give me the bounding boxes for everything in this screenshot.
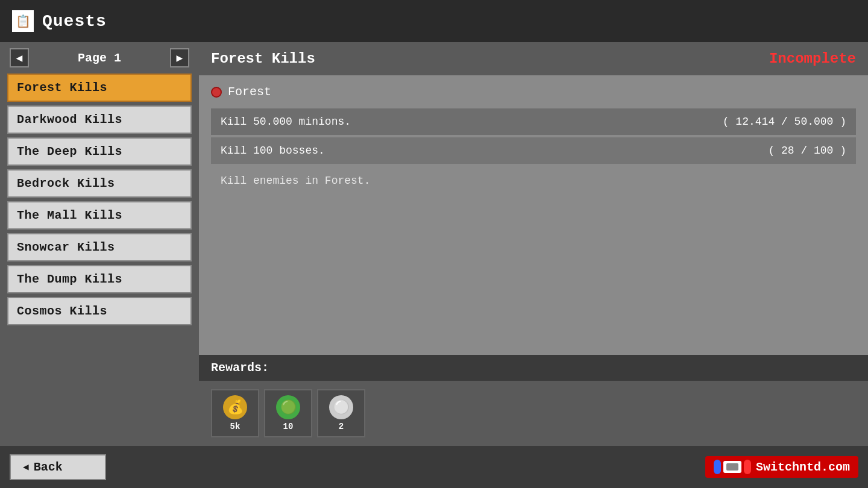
reward-item-gold: 💰 5k <box>211 389 259 437</box>
quest-list: Forest Kills Darkwood Kills The Deep Kil… <box>7 74 192 325</box>
objective-row-1: Kill 50.000 minions. ( 12.414 / 50.000 ) <box>211 108 856 135</box>
rewards-header: Rewards: <box>199 355 868 381</box>
prev-page-button[interactable]: ◀ <box>10 48 29 67</box>
reward-white-icon: ⚪ <box>329 395 353 419</box>
rewards-section: Rewards: 💰 5k 🟢 10 ⚪ 2 <box>199 355 868 446</box>
switch-right-joycon <box>744 460 751 474</box>
quest-detail-title: Forest Kills <box>211 51 315 67</box>
region-name: Forest <box>228 85 271 99</box>
brand-text: Switchntd.com <box>756 460 850 474</box>
reward-green-count: 10 <box>283 422 294 431</box>
left-panel: ◀ Page 1 ▶ Forest Kills Darkwood Kills T… <box>0 42 199 446</box>
quest-item-forest-kills[interactable]: Forest Kills <box>7 74 192 102</box>
right-panel: Forest Kills Incomplete Forest Kill 50.0… <box>199 42 868 446</box>
bottom-bar: ◀ Back Switchntd.com <box>0 446 868 488</box>
quest-item-deep-kills[interactable]: The Deep Kills <box>7 137 192 166</box>
reward-green-icon: 🟢 <box>276 395 300 419</box>
reward-white-count: 2 <box>339 422 344 431</box>
switch-console-icon <box>714 460 751 474</box>
objective-row-2: Kill 100 bosses. ( 28 / 100 ) <box>211 137 856 164</box>
back-label: Back <box>34 460 63 474</box>
quests-icon: 📋 <box>12 10 34 32</box>
app-title: Quests <box>42 12 107 31</box>
quest-item-dump-kills[interactable]: The Dump Kills <box>7 265 192 293</box>
next-page-button[interactable]: ▶ <box>170 48 189 67</box>
back-arrow-icon: ◀ <box>23 461 29 473</box>
objective-progress-1: ( 12.414 / 50.000 ) <box>723 116 846 128</box>
quest-status-badge: Incomplete <box>769 51 856 67</box>
rewards-items: 💰 5k 🟢 10 ⚪ 2 <box>199 381 868 446</box>
quest-header: Forest Kills Incomplete <box>199 42 868 75</box>
reward-item-green: 🟢 10 <box>264 389 312 437</box>
switch-left-joycon <box>714 460 721 474</box>
switchntd-logo: Switchntd.com <box>705 456 858 478</box>
reward-gold-icon: 💰 <box>223 395 247 419</box>
objective-progress-2: ( 28 / 100 ) <box>768 145 846 157</box>
page-nav: ◀ Page 1 ▶ <box>7 48 192 67</box>
quest-item-cosmos-kills[interactable]: Cosmos Kills <box>7 297 192 325</box>
switch-screen <box>723 461 741 473</box>
main-layout: ◀ Page 1 ▶ Forest Kills Darkwood Kills T… <box>0 42 868 446</box>
quest-description: Kill enemies in Forest. <box>211 166 856 195</box>
quest-detail-body: Forest Kill 50.000 minions. ( 12.414 / 5… <box>199 75 868 355</box>
quest-region: Forest <box>211 85 856 99</box>
quest-item-mall-kills[interactable]: The Mall Kills <box>7 201 192 230</box>
region-dot-icon <box>211 87 222 98</box>
top-bar: 📋 Quests <box>0 0 868 42</box>
quest-item-bedrock-kills[interactable]: Bedrock Kills <box>7 169 192 198</box>
objective-text-2: Kill 100 bosses. <box>221 145 325 157</box>
reward-gold-count: 5k <box>230 422 241 431</box>
switch-screen-inner <box>726 463 738 471</box>
back-button[interactable]: ◀ Back <box>10 454 106 480</box>
page-label: Page 1 <box>78 51 121 65</box>
quest-item-snowcar-kills[interactable]: Snowcar Kills <box>7 233 192 261</box>
quest-item-darkwood-kills[interactable]: Darkwood Kills <box>7 105 192 134</box>
reward-item-white: ⚪ 2 <box>317 389 365 437</box>
objective-text-1: Kill 50.000 minions. <box>221 116 351 128</box>
